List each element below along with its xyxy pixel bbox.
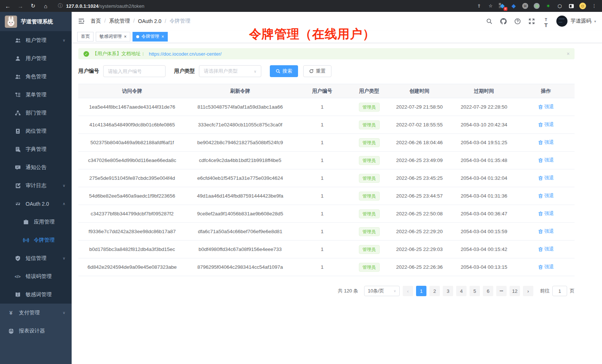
user-type-cell: 管理员 bbox=[350, 258, 388, 276]
sidebar-item-pay[interactable]: ¥支付管理∨ bbox=[0, 304, 72, 322]
goto-page-input[interactable] bbox=[552, 286, 567, 296]
tags-view-bar: 首页敏感词管理×令牌管理× bbox=[72, 30, 602, 43]
page-buttons: 123456•••12 bbox=[416, 286, 520, 296]
prev-page-button[interactable]: ‹ bbox=[403, 286, 413, 296]
sidebar-fold-icon[interactable] bbox=[78, 17, 85, 25]
sidebar-item-dept[interactable]: 部门管理 bbox=[0, 104, 72, 122]
yen-icon: ¥ bbox=[8, 310, 14, 316]
page-size-select[interactable]: 10条/页 ∨ bbox=[364, 286, 400, 296]
tab-令牌管理[interactable]: 令牌管理× bbox=[132, 32, 168, 42]
forward-icon[interactable]: → bbox=[17, 3, 24, 9]
refresh-token-cell: be90422b8c7946218275a508bf524fc9 bbox=[186, 134, 294, 152]
app-logo-row[interactable]: 芋道管理系统 bbox=[0, 12, 72, 31]
tab-close-icon[interactable]: × bbox=[161, 34, 164, 39]
sidepanel-icon[interactable] bbox=[568, 3, 575, 9]
sidebar-item-dict[interactable]: 字典管理 bbox=[0, 140, 72, 158]
refresh-token-cell: cdfc4ce9c2da4bb1bdf21b9918ff4be5 bbox=[186, 152, 294, 169]
doc-link[interactable]: https://doc.iocoder.cn/user-center/ bbox=[149, 51, 222, 57]
page-button-1[interactable]: 1 bbox=[416, 286, 426, 296]
sidebar-item-label: 错误码管理 bbox=[26, 273, 52, 280]
force-logout-button[interactable]: 强退 bbox=[538, 103, 554, 110]
force-logout-button[interactable]: 强退 bbox=[538, 139, 554, 146]
page-button-5[interactable]: 5 bbox=[470, 286, 480, 296]
force-logout-button[interactable]: 强退 bbox=[538, 228, 554, 235]
home-icon[interactable]: ⌂ bbox=[42, 3, 49, 9]
gem-extension-icon[interactable]: ◆ bbox=[510, 3, 517, 9]
force-logout-button[interactable]: 强退 bbox=[538, 121, 554, 128]
address-bar[interactable]: ⓘ 127.0.0.1:1024/system/oauth2/token bbox=[58, 3, 470, 9]
page-button-6[interactable]: 6 bbox=[483, 286, 493, 296]
user-type-cell: 管理员 bbox=[350, 98, 388, 116]
font-size-icon[interactable]: TT bbox=[542, 18, 549, 25]
extension-icon[interactable]: 9 bbox=[499, 3, 506, 9]
force-logout-button[interactable]: 强退 bbox=[538, 210, 554, 217]
tab-敏感词管理[interactable]: 敏感词管理× bbox=[96, 32, 130, 42]
page-button-3[interactable]: 3 bbox=[443, 286, 453, 296]
help-icon[interactable] bbox=[514, 18, 521, 25]
search-icon[interactable] bbox=[486, 18, 493, 25]
page-button-2[interactable]: 2 bbox=[429, 286, 440, 296]
sidebar-item-sensitive-word[interactable]: 敏感词管理 bbox=[0, 285, 72, 304]
next-page-button[interactable]: › bbox=[523, 286, 533, 296]
tab-close-icon[interactable]: × bbox=[124, 34, 127, 39]
force-logout-button[interactable]: 强退 bbox=[538, 175, 554, 181]
command-extension-icon[interactable]: ⌘ bbox=[522, 3, 529, 9]
briefcase-icon bbox=[23, 219, 29, 225]
force-logout-button[interactable]: 强退 bbox=[538, 246, 554, 252]
info-icon[interactable]: ⓘ bbox=[58, 3, 63, 9]
user-type-cell: 管理员 bbox=[350, 187, 388, 205]
user-id-input[interactable] bbox=[103, 65, 166, 77]
signal-icon bbox=[23, 237, 29, 243]
trash-icon bbox=[538, 122, 543, 127]
tab-首页[interactable]: 首页 bbox=[77, 32, 94, 42]
force-logout-button[interactable]: 强退 bbox=[538, 192, 554, 199]
profile-avatar[interactable]: ☺ bbox=[579, 3, 586, 9]
back-icon[interactable]: ← bbox=[4, 3, 11, 9]
sidebar: 芋道管理系统 租户管理∨用户管理角色管理菜单管理部门管理岗位管理字典管理通知公告… bbox=[0, 12, 72, 364]
refresh-token-cell: 49d1aa46d1454fbd87591444423be9fa bbox=[186, 187, 294, 205]
force-logout-button[interactable]: 强退 bbox=[538, 157, 554, 163]
fullscreen-icon[interactable] bbox=[528, 18, 535, 25]
share-icon[interactable]: ⇪ bbox=[476, 3, 482, 9]
sidebar-item-sms[interactable]: 短信管理∨ bbox=[0, 249, 72, 267]
access-token-cell: 41c41346a548490f9dc8b01c6bfe0865 bbox=[78, 116, 186, 134]
sidebar-item-label: 租户管理 bbox=[26, 37, 46, 44]
sidebar-item-label: 菜单管理 bbox=[26, 92, 46, 98]
user-type-select[interactable]: 请选择用户类型 ∨ bbox=[199, 65, 261, 77]
reset-button[interactable]: 重置 bbox=[303, 65, 331, 77]
sidebar-item-oauth2-app[interactable]: 应用管理 bbox=[0, 213, 72, 231]
sidebar-item-error-code[interactable]: </>错误码管理 bbox=[0, 267, 72, 285]
force-logout-button[interactable]: 强退 bbox=[538, 264, 554, 270]
page-ellipsis[interactable]: ••• bbox=[496, 286, 507, 296]
record-extension-icon[interactable] bbox=[533, 3, 540, 9]
sidebar-item-report-designer[interactable]: 报表设计器 bbox=[0, 322, 72, 340]
page-button-4[interactable]: 4 bbox=[456, 286, 467, 296]
reload-icon[interactable]: ↻ bbox=[30, 3, 36, 9]
breadcrumb-item[interactable]: 首页 bbox=[91, 18, 106, 24]
search-button[interactable]: 搜索 bbox=[270, 65, 298, 77]
sidebar-item-menu[interactable]: 菜单管理 bbox=[0, 86, 72, 104]
breadcrumb-item[interactable]: 令牌管理 bbox=[170, 18, 190, 24]
star-icon[interactable]: ☆ bbox=[487, 3, 494, 9]
sidebar-item-oauth2-token[interactable]: 令牌管理 bbox=[0, 231, 72, 249]
puzzle-extension-icon[interactable]: ⬡ bbox=[556, 3, 563, 9]
openbook-icon bbox=[14, 291, 21, 298]
sidebar-item-audit-log[interactable]: 审计日志∨ bbox=[0, 176, 72, 195]
github-icon[interactable] bbox=[500, 18, 507, 25]
page-button-12[interactable]: 12 bbox=[510, 286, 520, 296]
operation-cell: 强退 bbox=[517, 169, 575, 187]
sidebar-item-role[interactable]: 角色管理 bbox=[0, 67, 72, 86]
sidebar-item-notice[interactable]: 通知公告 bbox=[0, 158, 72, 176]
sidebar-item-tenant[interactable]: 租户管理∨ bbox=[0, 31, 72, 49]
breadcrumb-item[interactable]: OAuth 2.0 bbox=[138, 18, 166, 24]
breadcrumb-item[interactable]: 系统管理 bbox=[109, 18, 135, 24]
sidebar-item-post[interactable]: 岗位管理 bbox=[0, 122, 72, 140]
menu-dots-icon[interactable]: ⋮ bbox=[591, 3, 598, 9]
user-type-tag: 管理员 bbox=[359, 138, 380, 147]
sidebar-item-user[interactable]: 用户管理 bbox=[0, 49, 72, 67]
alert-close-icon[interactable]: × bbox=[567, 51, 570, 57]
trash-icon bbox=[538, 105, 543, 109]
sidebar-item-oauth2[interactable]: OAuth 2.0∧ bbox=[0, 195, 72, 213]
user-menu[interactable]: 芋道源码 ▾ bbox=[556, 16, 596, 27]
star-extension-icon[interactable]: ✶ bbox=[545, 3, 552, 9]
